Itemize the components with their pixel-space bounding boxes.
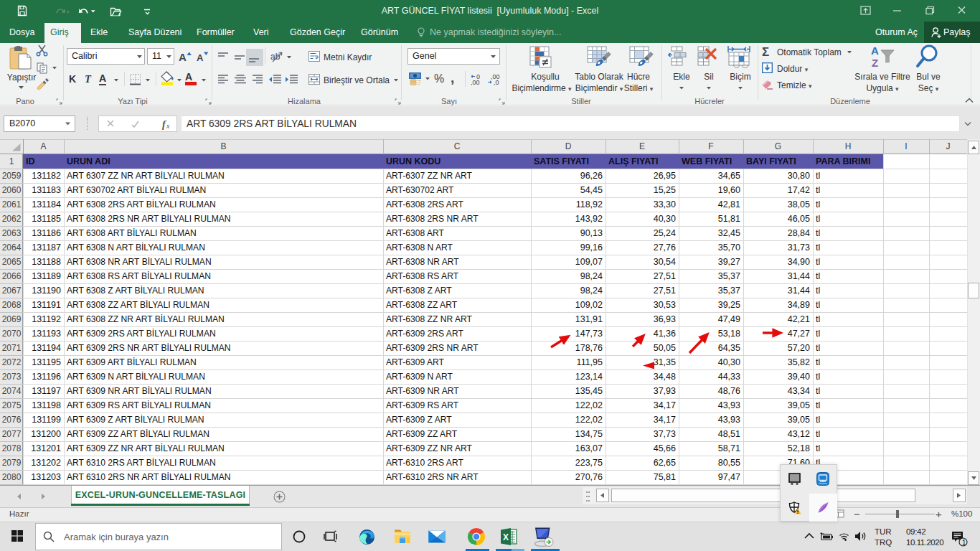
svg-text:A: A: [197, 52, 204, 63]
svg-text:,00: ,00: [471, 79, 480, 85]
svg-text:Z: Z: [872, 57, 878, 69]
svg-text:A: A: [179, 51, 187, 63]
svg-text:X: X: [503, 532, 509, 542]
svg-text:A: A: [871, 44, 879, 57]
svg-text:x: x: [166, 122, 170, 130]
svg-text:1: 1: [962, 538, 966, 547]
